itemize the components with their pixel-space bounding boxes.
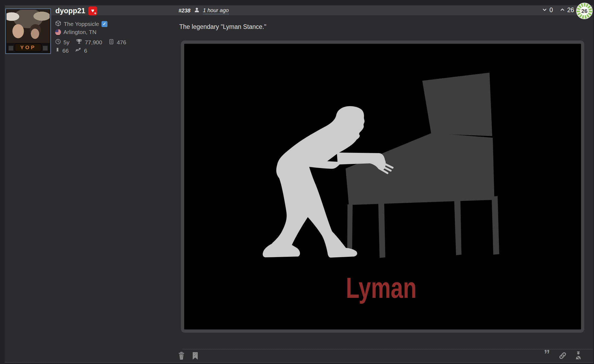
post-count: 476 xyxy=(117,39,126,46)
post-number[interactable]: #238 xyxy=(178,8,191,14)
upvote-count: 26 xyxy=(567,6,574,14)
us-flag-icon xyxy=(55,29,61,35)
downvote-chevron-icon[interactable] xyxy=(542,6,547,14)
lyman-caption-text: Lyman xyxy=(346,271,417,304)
username-link[interactable]: dyopp21 xyxy=(55,7,85,15)
post-timestamp[interactable]: 1 hour ago xyxy=(203,7,229,14)
posts-document-icon xyxy=(109,39,114,46)
owned-machine-link[interactable]: The Yoppsicle xyxy=(64,21,99,27)
person-icon xyxy=(194,7,200,14)
topics-pin-icon xyxy=(55,47,60,54)
user-location: Arlington, TN xyxy=(63,29,96,35)
avatar-name-plate: YOP xyxy=(15,43,41,52)
member-clock-icon xyxy=(55,39,61,46)
top-strip xyxy=(0,0,594,5)
verified-check-icon: ✓ xyxy=(102,21,107,27)
post-body-text: The legendary "Lyman Stance." xyxy=(179,23,266,31)
downvote-count: 0 xyxy=(549,6,553,14)
toolbar-separator xyxy=(183,349,593,349)
achievements-chart-icon xyxy=(75,47,82,54)
machine-cube-icon xyxy=(55,20,61,28)
delete-trash-icon[interactable] xyxy=(178,352,185,361)
user-points: 77,900 xyxy=(85,39,102,46)
forum-post-page: YOP dyopp21 ♥ + #238 1 hour ago 0 xyxy=(0,0,594,364)
upvote-chevron-icon[interactable] xyxy=(560,6,565,14)
report-moderator-icon[interactable] xyxy=(575,351,582,361)
add-friend-heart-icon[interactable]: ♥ + xyxy=(88,6,97,15)
lyman-stance-illustration: Lyman xyxy=(184,44,581,329)
achievement-count: 6 xyxy=(84,48,87,54)
score-badge-number: 26 xyxy=(581,8,588,14)
score-medallion-badge[interactable]: 26 xyxy=(576,2,593,19)
bookmark-icon[interactable] xyxy=(192,352,199,361)
topic-count: 66 xyxy=(62,48,69,54)
avatar-knob-left xyxy=(8,46,14,51)
member-years: 5y xyxy=(63,39,69,46)
quote-icon[interactable]: ” xyxy=(544,352,550,357)
post-bottom-separator xyxy=(5,362,593,363)
points-trophy-icon xyxy=(76,38,82,46)
avatar-knob-right xyxy=(43,46,48,51)
user-avatar[interactable]: YOP xyxy=(5,8,51,54)
post-image[interactable]: Lyman xyxy=(181,41,584,333)
link-icon[interactable] xyxy=(558,351,567,361)
